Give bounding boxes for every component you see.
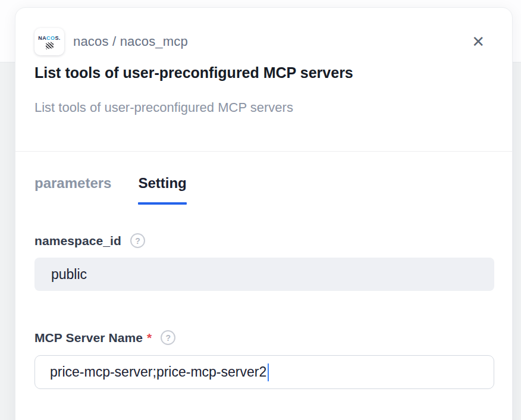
text-cursor — [268, 363, 269, 381]
close-icon[interactable]: ✕ — [472, 28, 485, 55]
tab-bar: parameters Setting — [34, 174, 493, 205]
namespace-value: public — [51, 267, 87, 283]
tab-setting[interactable]: Setting — [138, 174, 186, 205]
nacos-seal-icon — [45, 41, 53, 49]
required-asterisk: * — [147, 331, 152, 345]
nacos-logo-wordmark: NACOS. — [38, 35, 60, 41]
help-icon[interactable]: ? — [161, 330, 175, 345]
header-divider — [15, 151, 513, 152]
namespace-field[interactable]: public — [34, 258, 494, 291]
tool-dialog: NACOS. nacos / nacos_mcp ✕ List tools of… — [15, 7, 513, 420]
server-name-label: MCP Server Name — [34, 331, 143, 345]
dialog-title: List tools of user-preconfigured MCP ser… — [34, 63, 493, 82]
dialog-subtitle: List tools of user-preconfigured MCP ser… — [34, 99, 493, 116]
namespace-label: namespace_id — [34, 234, 121, 248]
namespace-label-row: namespace_id ? — [34, 233, 493, 248]
nacos-logo: NACOS. — [34, 28, 64, 55]
server-name-value: price-mcp-server;price-mcp-server2 — [50, 364, 266, 380]
tab-parameters[interactable]: parameters — [34, 174, 111, 205]
server-name-input[interactable]: price-mcp-server;price-mcp-server2 — [34, 355, 494, 389]
breadcrumb: nacos / nacos_mcp — [73, 34, 188, 49]
dialog-header: NACOS. nacos / nacos_mcp ✕ — [34, 28, 493, 55]
server-name-label-row: MCP Server Name * ? — [34, 330, 493, 345]
help-icon[interactable]: ? — [130, 233, 145, 248]
